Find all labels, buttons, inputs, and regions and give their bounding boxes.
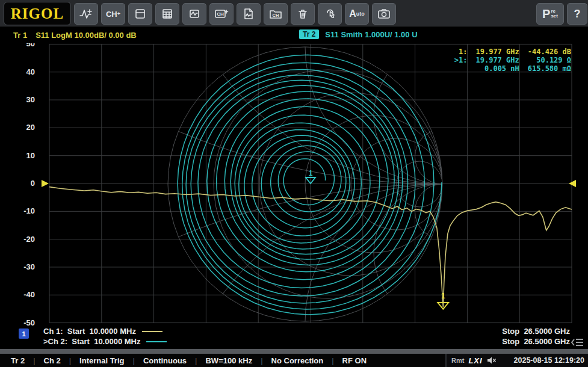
status-left: Tr 2 | Ch 2 | Internal Trig | Continuous…	[0, 356, 375, 365]
y-axis-tick-label: 40	[14, 67, 35, 76]
svg-text:1: 1	[441, 292, 445, 300]
speaker-muted-icon[interactable]	[487, 356, 497, 365]
camera-icon	[377, 8, 391, 20]
window-layout-button[interactable]	[128, 3, 152, 25]
help-button[interactable]: ?	[567, 3, 587, 25]
status-sweep-mode[interactable]: Continuous	[135, 356, 195, 365]
toolbar: RIGOL CH+	[0, 0, 588, 27]
channel2-stop: Stop 26.5000 GHz	[502, 337, 570, 346]
preset-button[interactable]: P re set	[536, 3, 564, 25]
status-bar: Tr 2 | Ch 2 | Internal Trig | Continuous…	[0, 354, 588, 367]
help-icon: ?	[574, 8, 581, 20]
trace1-settings: S11 LogM 10.00dB/ 0.00 dB	[36, 31, 137, 40]
y-axis-tick-label: -50	[14, 318, 35, 327]
screen-divider	[0, 349, 588, 354]
trace-info-row: Tr 1 S11 LogM 10.00dB/ 0.00 dB Tr 2 S11 …	[0, 26, 588, 43]
svg-text:CH: CH	[217, 11, 224, 17]
trace-window-icon	[188, 8, 200, 20]
waveform-add-icon	[79, 8, 93, 20]
y-axis-tick-label: -30	[14, 262, 35, 271]
delete-button[interactable]	[291, 3, 315, 25]
window-layout-icon	[134, 8, 146, 20]
trace1-info[interactable]: Tr 1 S11 LogM 10.00dB/ 0.00 dB	[13, 31, 137, 40]
logo-text: RIGOL	[11, 5, 64, 22]
measure-table-button[interactable]	[155, 3, 179, 25]
marker-readout-row: 0.005 nH 615.580 mΩ	[446, 64, 571, 73]
channel-add-label: CH	[106, 10, 117, 19]
file-trace-icon	[243, 8, 255, 20]
status-trigger[interactable]: Internal Trig	[71, 356, 132, 365]
channel1-info[interactable]: Ch 1: Start 10.0000 MHz	[43, 327, 162, 336]
marker-readout: 1: 19.977 GHz -44.426 dB >1: 19.977 GHz …	[446, 48, 571, 73]
svg-text:CH: CH	[273, 13, 279, 18]
status-active-trace[interactable]: Tr 2	[11, 356, 33, 365]
status-datetime: 2025-08-15 12:19:20	[514, 356, 584, 365]
file-channel-icon: CH	[269, 8, 282, 20]
rigol-logo: RIGOL	[4, 2, 71, 25]
lxi-logo: LXI	[468, 356, 482, 365]
active-window-badge: 1	[19, 328, 29, 339]
status-rf-state[interactable]: RF ON	[334, 356, 375, 365]
auto-label: A	[349, 8, 356, 19]
y-axis-tick-label: 30	[14, 95, 35, 104]
trace2-info[interactable]: Tr 2 S11 Smith 1.000U/ 1.00 U	[299, 29, 418, 39]
y-axis-tick-label: -20	[14, 235, 35, 244]
vna-screen: 11 RIGOL CH+	[0, 0, 588, 367]
channel2-trace-swatch	[146, 341, 167, 342]
y-axis-tick-label: 10	[14, 151, 35, 160]
channel1-stop: Stop 26.5000 GHz	[502, 327, 570, 336]
remote-indicator: Rmt	[451, 357, 464, 364]
channel2-info[interactable]: >Ch 2: Start 10.0000 MHz	[43, 337, 167, 346]
toolbar-right-group: P re set ?	[536, 3, 587, 25]
channel1-trace-swatch	[142, 331, 162, 332]
status-right: Rmt LXI 2025-08-15 12:19:20	[445, 354, 588, 367]
status-correction[interactable]: No Correction	[263, 356, 332, 365]
trace2-active-badge: Tr 2	[299, 29, 319, 39]
measure-table-icon	[161, 8, 173, 20]
y-axis-tick-label: -10	[14, 206, 35, 215]
trace2-settings: S11 Smith 1.000U/ 1.00 U	[325, 30, 417, 39]
trace-add-button[interactable]	[74, 3, 98, 25]
toolbar-left-group: CH+ CH	[74, 3, 396, 25]
marker-readout-row: >1: 19.977 GHz 50.129 Ω	[446, 56, 571, 64]
marker-readout-row: 1: 19.977 GHz -44.426 dB	[446, 48, 571, 56]
trash-icon	[297, 8, 309, 20]
trace-window-button[interactable]	[182, 3, 206, 25]
channel-window-button[interactable]: CH	[209, 3, 234, 25]
channel-window-icon: CH	[214, 8, 229, 20]
y-axis-tick-label: -40	[14, 290, 35, 299]
y-axis-tick-label: 20	[14, 123, 35, 132]
trace1-label: Tr 1	[13, 31, 27, 40]
channel-add-button[interactable]: CH+	[101, 3, 125, 25]
status-if-bandwidth[interactable]: BW=100 kHz	[197, 356, 261, 365]
screenshot-button[interactable]	[372, 3, 396, 25]
touch-icon	[324, 8, 336, 20]
y-axis-tick-label: 0	[14, 179, 35, 188]
status-active-channel[interactable]: Ch 2	[36, 356, 69, 365]
touch-button[interactable]	[318, 3, 342, 25]
menu-expand-icon[interactable]	[571, 337, 585, 350]
auto-scale-button[interactable]: Auto	[345, 3, 369, 25]
recall-channel-file-button[interactable]: CH	[264, 3, 288, 25]
svg-text:1: 1	[309, 169, 313, 177]
preset-label-big: P	[542, 7, 550, 21]
save-trace-file-button[interactable]	[237, 3, 261, 25]
